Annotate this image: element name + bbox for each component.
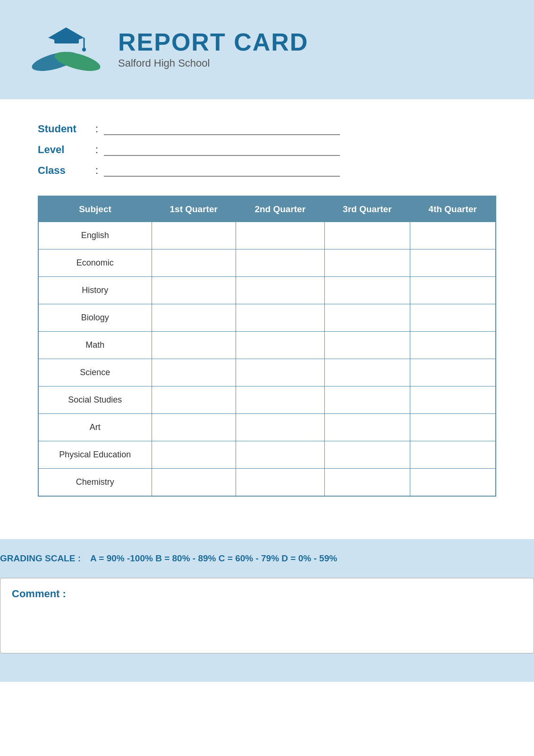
q3-cell (324, 441, 410, 469)
q2-cell (236, 222, 324, 249)
col-q4: 4th Quarter (410, 196, 496, 222)
svg-point-5 (82, 48, 86, 52)
table-row: Science (38, 359, 496, 387)
q4-cell (410, 277, 496, 304)
subject-cell: Chemistry (38, 469, 152, 497)
subject-cell: Science (38, 359, 152, 387)
grading-scale-values: A = 90% -100% B = 80% - 89% C = 60% - 79… (90, 553, 337, 563)
q3-cell (324, 222, 410, 249)
q4-cell (410, 249, 496, 277)
school-name: Salford High School (118, 57, 308, 69)
class-colon: : (95, 164, 98, 177)
q1-cell (152, 249, 236, 277)
q4-cell (410, 332, 496, 359)
report-card-title: REPORT CARD (118, 30, 308, 54)
col-q2: 2nd Quarter (236, 196, 324, 222)
q2-cell (236, 304, 324, 332)
q4-cell (410, 441, 496, 469)
q4-cell (410, 387, 496, 414)
q3-cell (324, 414, 410, 441)
level-colon: : (95, 144, 98, 156)
table-row: Art (38, 414, 496, 441)
grade-table: Subject 1st Quarter 2nd Quarter 3rd Quar… (38, 196, 496, 497)
student-line (104, 134, 340, 135)
col-q3: 3rd Quarter (324, 196, 410, 222)
q2-cell (236, 441, 324, 469)
col-subject: Subject (38, 196, 152, 222)
q1-cell (152, 222, 236, 249)
table-row: English (38, 222, 496, 249)
q1-cell (152, 304, 236, 332)
q3-cell (324, 387, 410, 414)
q2-cell (236, 332, 324, 359)
header-section: REPORT CARD Salford High School (0, 0, 534, 99)
q3-cell (324, 277, 410, 304)
q1-cell (152, 277, 236, 304)
level-row: Level : (38, 144, 496, 156)
q1-cell (152, 469, 236, 497)
table-row: Biology (38, 304, 496, 332)
grading-scale: GRADING SCALE :A = 90% -100% B = 80% - 8… (0, 553, 337, 564)
q1-cell (152, 387, 236, 414)
subject-cell: Art (38, 414, 152, 441)
subject-cell: History (38, 277, 152, 304)
table-row: Physical Education (38, 441, 496, 469)
q3-cell (324, 359, 410, 387)
grading-scale-row: GRADING SCALE :A = 90% -100% B = 80% - 8… (0, 553, 534, 564)
main-content: Student : Level : Class : Subject 1st Qu… (0, 99, 534, 539)
q3-cell (324, 332, 410, 359)
subject-cell: English (38, 222, 152, 249)
table-row: Math (38, 332, 496, 359)
svg-point-1 (53, 48, 102, 75)
table-row: Social Studies (38, 387, 496, 414)
q2-cell (236, 387, 324, 414)
col-q1: 1st Quarter (152, 196, 236, 222)
q4-cell (410, 304, 496, 332)
q4-cell (410, 222, 496, 249)
comment-box: Comment : (0, 578, 534, 653)
subject-cell: Economic (38, 249, 152, 277)
subject-cell: Biology (38, 304, 152, 332)
q2-cell (236, 249, 324, 277)
class-row: Class : (38, 164, 496, 177)
student-row: Student : (38, 123, 496, 135)
table-row: Economic (38, 249, 496, 277)
student-colon: : (95, 123, 98, 135)
q1-cell (152, 332, 236, 359)
q3-cell (324, 304, 410, 332)
table-row: History (38, 277, 496, 304)
q2-cell (236, 359, 324, 387)
q1-cell (152, 441, 236, 469)
class-line (104, 176, 340, 177)
q4-cell (410, 414, 496, 441)
comment-label: Comment : (12, 588, 522, 600)
level-line (104, 155, 340, 156)
student-label: Student (38, 123, 90, 135)
subject-cell: Math (38, 332, 152, 359)
q2-cell (236, 414, 324, 441)
q3-cell (324, 469, 410, 497)
subject-cell: Physical Education (38, 441, 152, 469)
q4-cell (410, 359, 496, 387)
header-text: REPORT CARD Salford High School (118, 30, 308, 69)
grading-scale-label: GRADING SCALE : (0, 553, 81, 563)
level-label: Level (38, 144, 90, 156)
q2-cell (236, 277, 324, 304)
q1-cell (152, 359, 236, 387)
q1-cell (152, 414, 236, 441)
logo (28, 19, 104, 80)
table-header-row: Subject 1st Quarter 2nd Quarter 3rd Quar… (38, 196, 496, 222)
table-row: Chemistry (38, 469, 496, 497)
bottom-area: GRADING SCALE :A = 90% -100% B = 80% - 8… (0, 539, 534, 682)
logo-icon (28, 19, 104, 80)
q3-cell (324, 249, 410, 277)
class-label: Class (38, 164, 90, 177)
student-info-section: Student : Level : Class : (38, 123, 496, 177)
subject-cell: Social Studies (38, 387, 152, 414)
q4-cell (410, 469, 496, 497)
q2-cell (236, 469, 324, 497)
